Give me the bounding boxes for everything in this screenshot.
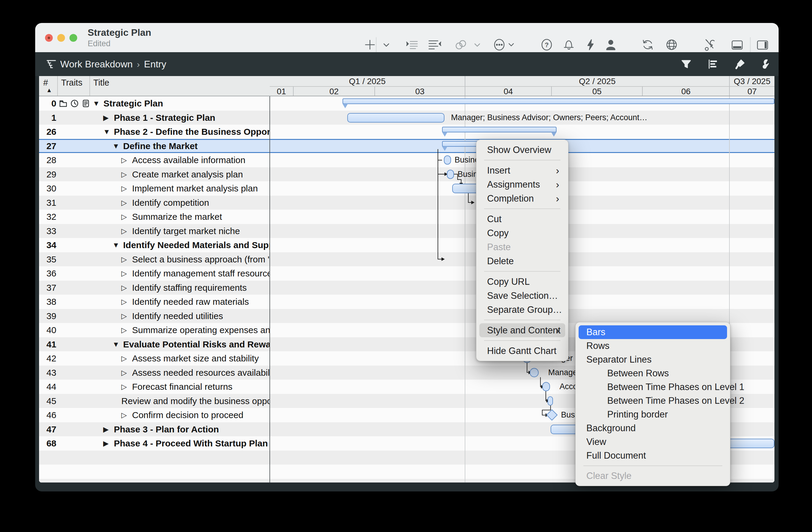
task-title[interactable]: Phase 4 - Proceed With Startup Plan bbox=[114, 436, 268, 450]
table-row[interactable]: 30▷Implement market analysis plan bbox=[39, 181, 270, 196]
style-brush-icon[interactable] bbox=[734, 58, 746, 70]
column-divider[interactable] bbox=[57, 76, 58, 96]
month-header[interactable]: 02 bbox=[293, 86, 374, 96]
submenu-item-view[interactable]: View bbox=[579, 435, 727, 449]
help-button[interactable]: ? bbox=[539, 37, 554, 52]
submenu-item-bars[interactable]: Bars bbox=[579, 325, 727, 339]
task-title[interactable]: Access available information bbox=[132, 153, 245, 167]
zoom-button[interactable] bbox=[70, 34, 77, 42]
month-header[interactable]: 04 bbox=[465, 86, 551, 96]
breadcrumb-view[interactable]: Work Breakdown bbox=[60, 59, 133, 70]
menu-item-copy-url[interactable]: Copy URL bbox=[479, 275, 565, 289]
month-header[interactable]: 06 bbox=[642, 86, 729, 96]
submenu-item-full-document[interactable]: Full Document bbox=[579, 449, 727, 462]
table-row[interactable]: 37▷Identify staffing requirements bbox=[39, 281, 270, 295]
table-row[interactable]: 35▷Select a business approach (from "Eva… bbox=[39, 252, 270, 267]
disclosure-triangle-icon[interactable]: ▶ bbox=[103, 111, 108, 125]
month-header[interactable]: 05 bbox=[551, 86, 642, 96]
task-title[interactable]: Implement market analysis plan bbox=[132, 181, 258, 196]
table-row[interactable]: 0▼Strategic Plan bbox=[39, 96, 270, 111]
table-row[interactable]: 40▷Summarize operating expenses and fina… bbox=[39, 323, 270, 337]
task-title[interactable]: Strategic Plan bbox=[103, 96, 163, 111]
task-title[interactable]: Identify staffing requirements bbox=[132, 281, 247, 295]
table-row[interactable]: 33▷Identify target market niche bbox=[39, 224, 270, 238]
quick-actions-bolt-icon[interactable] bbox=[583, 37, 598, 52]
quarter-header[interactable]: Q2 / 2025 bbox=[465, 76, 729, 86]
month-header[interactable]: 07 bbox=[729, 86, 774, 96]
view-options-icon[interactable] bbox=[707, 58, 719, 70]
menu-item-show-overview[interactable]: Show Overview bbox=[479, 143, 565, 157]
submenu-item-between-time-phases-on-level-2[interactable]: Between Time Phases on Level 2 bbox=[579, 394, 727, 408]
task-title[interactable]: Summarize the market bbox=[132, 210, 222, 224]
disclosure-triangle-icon[interactable]: ▷ bbox=[121, 210, 127, 224]
filter-funnel-icon[interactable] bbox=[680, 58, 692, 70]
table-row[interactable]: 28▷Access available information bbox=[39, 153, 270, 167]
publish-globe-button[interactable] bbox=[664, 37, 679, 52]
task-title[interactable]: Assess needed resources availability bbox=[132, 365, 270, 380]
submenu-item-background[interactable]: Background bbox=[579, 421, 727, 435]
minimize-button[interactable] bbox=[57, 34, 65, 42]
column-header-title[interactable]: Title bbox=[93, 78, 110, 88]
settings-wrench-icon[interactable] bbox=[758, 58, 770, 70]
disclosure-triangle-icon[interactable]: ▷ bbox=[121, 351, 127, 365]
task-title[interactable]: Identify competition bbox=[132, 196, 209, 210]
menu-item-style-and-content[interactable]: Style and Content› bbox=[479, 323, 565, 337]
disclosure-triangle-icon[interactable]: ▷ bbox=[121, 323, 127, 337]
link-button[interactable] bbox=[453, 37, 468, 52]
outdent-button[interactable] bbox=[427, 37, 442, 52]
table-row[interactable]: 45Review and modify the business opportu… bbox=[39, 394, 270, 408]
table-row[interactable]: 46▷Confirm decision to proceed bbox=[39, 408, 270, 422]
table-row[interactable]: 36▷Identify management staff resources bbox=[39, 266, 270, 281]
indent-button[interactable] bbox=[404, 37, 419, 52]
task-title[interactable]: Confirm decision to proceed bbox=[132, 408, 244, 422]
more-actions-button[interactable] bbox=[492, 37, 507, 52]
disclosure-triangle-icon[interactable]: ▼ bbox=[112, 238, 119, 252]
task-title[interactable]: Select a business approach (from "Evalua bbox=[132, 252, 270, 267]
disclosure-triangle-icon[interactable]: ▷ bbox=[121, 252, 127, 267]
disclosure-triangle-icon[interactable]: ▷ bbox=[121, 224, 127, 238]
add-task-button[interactable] bbox=[362, 37, 377, 52]
table-row[interactable]: 68▶Phase 4 - Proceed With Startup Plan bbox=[39, 436, 270, 450]
menu-item-cut[interactable]: Cut bbox=[479, 212, 565, 226]
submenu-item-rows[interactable]: Rows bbox=[579, 339, 727, 353]
quarter-header[interactable]: Q3 / 2025 bbox=[729, 76, 774, 86]
table-row[interactable]: 27▼Define the Market bbox=[39, 139, 270, 153]
disclosure-triangle-icon[interactable]: ▼ bbox=[93, 96, 100, 111]
tools-button[interactable] bbox=[703, 37, 718, 52]
disclosure-triangle-icon[interactable]: ▶ bbox=[103, 422, 108, 436]
menu-item-save-selection-[interactable]: Save Selection… bbox=[479, 289, 565, 303]
submenu-item-separator-lines[interactable]: Separator Lines bbox=[579, 353, 727, 366]
link-chevron-icon[interactable] bbox=[472, 37, 483, 52]
column-header-traits[interactable]: Traits bbox=[61, 78, 82, 88]
disclosure-triangle-icon[interactable]: ▷ bbox=[121, 181, 127, 196]
disclosure-triangle-icon[interactable]: ▷ bbox=[121, 196, 127, 210]
submenu-item-between-rows[interactable]: Between Rows bbox=[579, 366, 727, 380]
disclosure-triangle-icon[interactable]: ▼ bbox=[112, 337, 119, 351]
task-title[interactable]: Identify Needed Materials and Supplies bbox=[123, 238, 270, 252]
table-row[interactable]: 29▷Create market analysis plan bbox=[39, 167, 270, 182]
gantt-group-bar[interactable] bbox=[343, 98, 774, 104]
task-title[interactable]: Summarize operating expenses and finan bbox=[132, 323, 270, 337]
menu-item-delete[interactable]: Delete bbox=[479, 254, 565, 268]
disclosure-triangle-icon[interactable]: ▷ bbox=[121, 309, 127, 323]
table-row[interactable]: 39▷Identify needed utilities bbox=[39, 309, 270, 323]
sync-button[interactable] bbox=[640, 37, 655, 52]
month-header[interactable]: 01 bbox=[270, 86, 293, 96]
task-title[interactable]: Identify needed raw materials bbox=[132, 294, 249, 309]
task-title[interactable]: Phase 1 - Strategic Plan bbox=[114, 111, 215, 125]
task-title[interactable]: Review and modify the business opportuni… bbox=[121, 394, 270, 408]
table-row[interactable]: 34▼Identify Needed Materials and Supplie… bbox=[39, 238, 270, 252]
task-title[interactable]: Identify management staff resources bbox=[132, 266, 270, 281]
table-row[interactable]: 43▷Assess needed resources availability bbox=[39, 365, 270, 380]
disclosure-triangle-icon[interactable]: ▷ bbox=[121, 294, 127, 309]
gantt-task-bar[interactable] bbox=[542, 382, 550, 391]
disclosure-triangle-icon[interactable]: ▷ bbox=[121, 167, 127, 182]
disclosure-triangle-icon[interactable]: ▷ bbox=[121, 153, 127, 167]
task-title[interactable]: Phase 2 - Define the Business Opportunit… bbox=[114, 125, 270, 139]
gantt-task-bar[interactable] bbox=[447, 170, 454, 179]
task-title[interactable]: Identify needed utilities bbox=[132, 309, 223, 323]
toggle-bottom-panel-button[interactable] bbox=[730, 37, 745, 52]
disclosure-triangle-icon[interactable]: ▶ bbox=[103, 436, 108, 450]
gantt-task-bar[interactable] bbox=[444, 155, 451, 164]
submenu-item-between-time-phases-on-level-1[interactable]: Between Time Phases on Level 1 bbox=[579, 380, 727, 394]
